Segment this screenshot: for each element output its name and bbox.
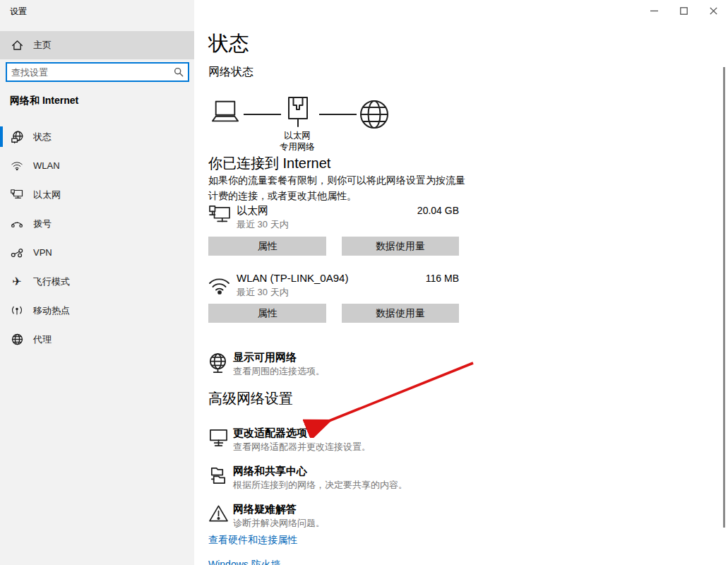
adapter-buttons: 属性 数据使用量 xyxy=(208,304,459,323)
adapter-monitor-icon xyxy=(208,428,229,447)
window-controls xyxy=(639,0,728,21)
adapter-period: 最近 30 天内 xyxy=(237,286,289,299)
warning-triangle-icon xyxy=(208,504,229,523)
diagram-network-label: 以太网 专用网络 xyxy=(262,130,333,153)
sidebar-item-proxy[interactable]: 代理 xyxy=(0,325,194,354)
feature-description: 查看周围的连接选项。 xyxy=(233,365,325,378)
page-title: 状态 xyxy=(208,30,249,58)
settings-window: 设置 主页 网络和 Internet xyxy=(0,0,728,565)
main-content: 状态 网络状态 xyxy=(208,0,477,565)
sidebar-item-home[interactable]: 主页 xyxy=(0,31,194,59)
advanced-settings-heading: 高级网络设置 xyxy=(208,389,293,408)
network-status-icon xyxy=(10,131,24,143)
hotspot-icon xyxy=(10,305,24,316)
sidebar-home-label: 主页 xyxy=(33,39,52,52)
sidebar: 设置 主页 网络和 Internet xyxy=(0,0,194,565)
minimize-button[interactable] xyxy=(639,0,669,21)
network-diagram: 以太网 专用网络 xyxy=(208,96,420,155)
feature-description: 诊断并解决网络问题。 xyxy=(233,517,325,530)
maximize-button[interactable] xyxy=(669,0,698,21)
data-usage-button[interactable]: 数据使用量 xyxy=(342,237,459,256)
sidebar-item-dialup[interactable]: 拨号 xyxy=(0,209,194,238)
sidebar-item-status[interactable]: 状态 xyxy=(0,122,194,151)
vpn-icon xyxy=(10,248,24,258)
window-title: 设置 xyxy=(10,6,27,18)
sidebar-nav: 状态 WLAN xyxy=(0,122,194,354)
adapter-period: 最近 30 天内 xyxy=(237,218,289,231)
sidebar-item-wlan[interactable]: WLAN xyxy=(0,151,194,180)
vertical-scrollbar-thumb[interactable] xyxy=(723,67,725,528)
connection-line xyxy=(244,114,281,115)
wifi-icon xyxy=(10,160,24,171)
search-input[interactable] xyxy=(7,64,169,81)
feature-title: 更改适配器选项 xyxy=(233,427,307,440)
network-status-heading: 网络状态 xyxy=(208,65,253,80)
sidebar-item-label: VPN xyxy=(33,247,52,258)
home-icon xyxy=(10,40,24,51)
connected-description: 如果你的流量套餐有限制，则你可以将此网络设置为按流量计费的连接，或者更改其他属性… xyxy=(208,172,465,203)
sidebar-item-label: 拨号 xyxy=(33,218,52,230)
feature-description: 根据所连接到的网络，决定要共享的内容。 xyxy=(233,479,407,492)
globe-network-icon xyxy=(208,352,227,376)
sidebar-item-label: 状态 xyxy=(33,131,52,143)
sidebar-item-vpn[interactable]: VPN xyxy=(0,238,194,267)
dialup-icon xyxy=(10,219,24,229)
feature-title: 网络疑难解答 xyxy=(233,503,297,516)
laptop-icon xyxy=(209,99,241,126)
sidebar-item-label: WLAN xyxy=(33,160,60,171)
sidebar-item-ethernet[interactable]: 以太网 xyxy=(0,180,194,209)
network-sharing-center[interactable]: 网络和共享中心 根据所连接到的网络，决定要共享的内容。 xyxy=(208,465,470,493)
feature-title: 网络和共享中心 xyxy=(233,465,307,478)
connection-line xyxy=(319,114,357,115)
feature-description: 查看网络适配器并更改连接设置。 xyxy=(233,441,371,453)
sidebar-item-label: 飞行模式 xyxy=(33,275,70,288)
adapter-usage: 20.04 GB xyxy=(208,205,459,216)
proxy-globe-icon xyxy=(10,333,24,345)
hardware-properties-link[interactable]: 查看硬件和连接属性 xyxy=(208,534,297,547)
selected-accent-bar xyxy=(0,126,3,147)
search-icon[interactable] xyxy=(169,67,188,77)
sharing-folders-icon xyxy=(208,466,227,485)
adapter-row: 以太网 最近 30 天内 20.04 GB xyxy=(208,203,459,234)
change-adapter-options[interactable]: 更改适配器选项 查看网络适配器并更改连接设置。 xyxy=(208,427,470,455)
adapter-usage: 116 MB xyxy=(208,273,459,284)
feature-title: 显示可用网络 xyxy=(233,351,297,364)
sidebar-item-label: 代理 xyxy=(33,333,52,346)
close-button[interactable] xyxy=(698,0,728,21)
data-usage-button[interactable]: 数据使用量 xyxy=(342,304,459,323)
ethernet-plug-icon xyxy=(287,96,309,129)
properties-button[interactable]: 属性 xyxy=(208,237,326,256)
sidebar-item-mobile-hotspot[interactable]: 移动热点 xyxy=(0,296,194,325)
connected-heading: 你已连接到 Internet xyxy=(208,154,330,173)
sidebar-item-label: 移动热点 xyxy=(33,304,70,317)
sidebar-item-label: 以太网 xyxy=(33,189,61,201)
windows-firewall-link[interactable]: Windows 防火墙 xyxy=(208,559,281,565)
adapter-buttons: 属性 数据使用量 xyxy=(208,237,459,256)
network-troubleshooter[interactable]: 网络疑难解答 诊断并解决网络问题。 xyxy=(208,503,470,531)
properties-button[interactable]: 属性 xyxy=(208,304,326,323)
globe-icon xyxy=(359,99,390,130)
search-box[interactable] xyxy=(6,62,189,82)
airplane-icon: ✈ xyxy=(10,276,24,287)
adapter-row: WLAN (TP-LINK_0A94) 最近 30 天内 116 MB xyxy=(208,271,459,302)
sidebar-section-title: 网络和 Internet xyxy=(10,95,78,107)
sidebar-item-airplane-mode[interactable]: ✈ 飞行模式 xyxy=(0,267,194,296)
ethernet-icon xyxy=(10,189,24,200)
show-available-networks[interactable]: 显示可用网络 查看周围的连接选项。 xyxy=(208,351,470,379)
